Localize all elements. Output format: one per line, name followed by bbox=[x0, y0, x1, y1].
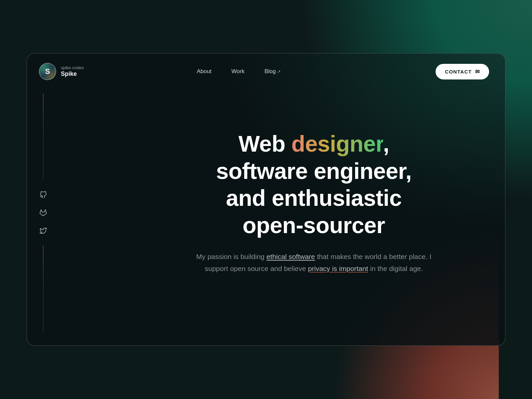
external-link-icon: ↗ bbox=[277, 69, 281, 74]
twitter-icon[interactable] bbox=[39, 226, 48, 235]
navbar: S spike.codes Spike About Work Blog ↗ bbox=[27, 54, 505, 89]
ethical-software-link[interactable]: ethical software bbox=[266, 253, 315, 260]
designer-word: designer bbox=[291, 131, 383, 156]
logo-letter: S bbox=[45, 67, 50, 76]
logo-link[interactable]: S spike.codes Spike bbox=[39, 63, 84, 80]
gitlab-icon[interactable] bbox=[39, 208, 48, 217]
nav-right: CONTACT ✉ bbox=[436, 64, 489, 79]
privacy-link[interactable]: privacy is important bbox=[308, 265, 368, 272]
sidebar-line-top bbox=[43, 93, 44, 180]
page-container: S spike.codes Spike About Work Blog ↗ bbox=[27, 53, 505, 346]
github-icon[interactable] bbox=[39, 191, 48, 199]
email-icon: ✉ bbox=[475, 68, 480, 75]
nav-links: About Work Blog ↗ bbox=[197, 68, 281, 75]
contact-button[interactable]: CONTACT ✉ bbox=[436, 64, 489, 79]
nav-work[interactable]: Work bbox=[231, 68, 244, 75]
nav-blog[interactable]: Blog ↗ bbox=[264, 68, 281, 75]
logo-icon: S bbox=[39, 63, 56, 80]
hero-title: Web designer, software engineer, and ent… bbox=[194, 130, 433, 239]
hero-content: Web designer, software engineer, and ent… bbox=[194, 130, 433, 275]
logo-text: spike.codes Spike bbox=[61, 65, 84, 77]
main-card: S spike.codes Spike About Work Blog ↗ bbox=[27, 53, 505, 346]
sidebar-line-bottom bbox=[43, 246, 44, 332]
sidebar bbox=[39, 93, 48, 332]
logo-domain: spike.codes bbox=[61, 65, 84, 70]
logo-name: Spike bbox=[61, 70, 84, 78]
hero-subtitle: My passion is building ethical software … bbox=[194, 251, 433, 274]
sidebar-icons bbox=[39, 180, 48, 246]
nav-about[interactable]: About bbox=[197, 68, 211, 75]
